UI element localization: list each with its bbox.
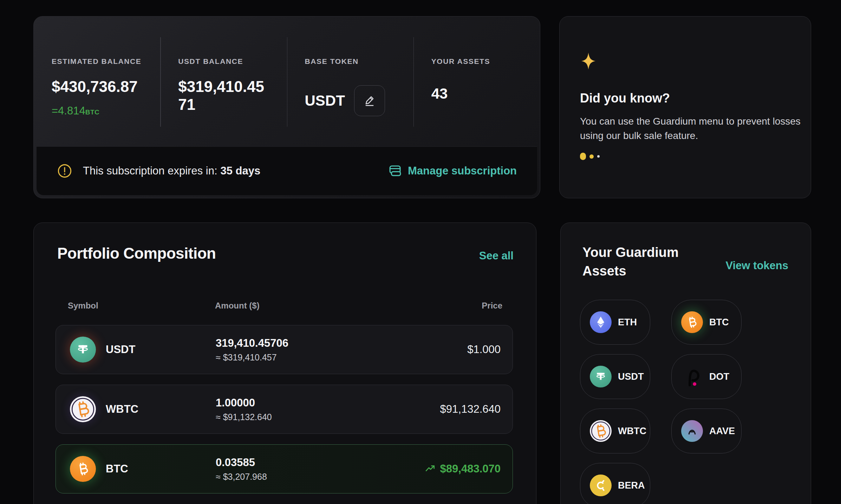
table-row-usdt[interactable]: USDT 319,410.45706 ≈ $319,410.457 $1.000 xyxy=(56,325,513,374)
aave-coin-icon xyxy=(681,420,703,442)
token-pill-eth[interactable]: ETH xyxy=(580,300,650,345)
eth-coin-icon xyxy=(590,311,612,333)
token-label: BERA xyxy=(618,480,645,491)
tip-title: Did you know? xyxy=(580,91,670,106)
wbtc-coin-icon xyxy=(70,396,96,422)
row-price: $1.000 xyxy=(467,343,501,356)
usdt-balance-label: USDT BALANCE xyxy=(178,57,270,66)
stat-estimated-balance: ESTIMATED BALANCE $430,736.87 =4.814BTC xyxy=(34,16,160,147)
btc-equivalent-unit: BTC xyxy=(85,108,100,116)
base-token-value: USDT xyxy=(305,92,345,110)
token-label: ETH xyxy=(618,317,637,328)
token-pill-dot[interactable]: DOT xyxy=(671,354,742,399)
token-pill-btc[interactable]: BTC xyxy=(671,300,742,345)
row-amount-approx: ≈ $91,132.640 xyxy=(216,412,272,422)
btc-coin-icon xyxy=(681,311,703,333)
base-token-label: BASE TOKEN xyxy=(305,57,397,66)
trending-up-icon xyxy=(425,463,436,475)
balance-stats-row: ESTIMATED BALANCE $430,736.87 =4.814BTC … xyxy=(34,16,540,147)
row-amount-approx: ≈ $319,410.457 xyxy=(216,352,288,363)
usdt-balance-value: $319,410.4571 xyxy=(178,78,267,113)
token-label: WBTC xyxy=(618,426,646,437)
token-pill-aave[interactable]: AAVE xyxy=(671,409,742,453)
warning-icon xyxy=(57,163,72,179)
portfolio-title: Portfolio Composition xyxy=(57,245,216,262)
manage-subscription-label: Manage subscription xyxy=(408,165,517,177)
pencil-icon xyxy=(363,94,376,107)
estimated-balance-value: $430,736.87 xyxy=(52,78,143,95)
subscription-status: This subscription expires in:35 days xyxy=(57,163,260,179)
see-all-link[interactable]: See all xyxy=(479,250,514,262)
column-header-price: Price xyxy=(482,301,502,311)
row-symbol: USDT xyxy=(106,343,135,356)
table-row-btc[interactable]: BTC 0.03585 ≈ $3,207.968 $89,483.070 xyxy=(56,444,513,493)
dot-coin-icon xyxy=(681,366,703,387)
carousel-dot[interactable] xyxy=(597,155,600,158)
your-assets-label: YOUR ASSETS xyxy=(431,57,523,66)
subscription-footer: This subscription expires in:35 days Man… xyxy=(37,146,537,195)
subscription-days: 35 days xyxy=(221,165,261,177)
token-label: AAVE xyxy=(709,426,735,437)
balance-summary-card: ESTIMATED BALANCE $430,736.87 =4.814BTC … xyxy=(33,16,540,198)
carousel-dot-active[interactable] xyxy=(580,153,586,160)
guardium-assets-title: Your Guardium Assets xyxy=(582,243,698,280)
row-symbol: BTC xyxy=(106,463,128,475)
portfolio-rows: USDT 319,410.45706 ≈ $319,410.457 $1.000… xyxy=(56,325,513,504)
view-tokens-link[interactable]: View tokens xyxy=(725,259,788,272)
row-amount: 0.03585 ≈ $3,207.968 xyxy=(216,456,267,482)
column-header-amount: Amount ($) xyxy=(215,301,260,311)
stat-usdt-balance: USDT BALANCE $319,410.4571 xyxy=(160,16,287,147)
did-you-know-card: Did you know? You can use the Guardium m… xyxy=(559,16,811,198)
row-symbol: WBTC xyxy=(106,403,138,416)
estimated-balance-label: ESTIMATED BALANCE xyxy=(52,57,143,66)
cards-icon xyxy=(388,164,403,178)
stat-your-assets: YOUR ASSETS 43 xyxy=(413,16,540,147)
row-amount: 1.00000 ≈ $91,132.640 xyxy=(216,397,272,422)
your-assets-value: 43 xyxy=(431,85,523,102)
btc-coin-icon xyxy=(70,456,96,482)
stat-base-token: BASE TOKEN USDT xyxy=(287,16,413,147)
carousel-dots xyxy=(580,153,600,160)
sparkle-icon xyxy=(580,52,597,72)
token-label: USDT xyxy=(618,371,644,382)
row-price: $91,132.640 xyxy=(440,403,501,416)
token-label: DOT xyxy=(709,371,729,382)
usdt-coin-icon xyxy=(70,337,96,363)
row-price-positive: $89,483.070 xyxy=(425,463,501,475)
tip-body: You can use the Guardium menu to prevent… xyxy=(580,114,801,143)
token-pill-bera[interactable]: BERA xyxy=(580,463,650,504)
carousel-dot[interactable] xyxy=(589,154,594,159)
usdt-coin-icon xyxy=(590,366,612,387)
subscription-message: This subscription expires in:35 days xyxy=(83,165,260,177)
token-label: BTC xyxy=(709,317,729,328)
row-amount: 319,410.45706 ≈ $319,410.457 xyxy=(216,337,288,363)
guardium-assets-card: Your Guardium Assets View tokens ETH BTC xyxy=(560,223,811,504)
token-pill-usdt[interactable]: USDT xyxy=(580,354,650,399)
portfolio-composition-card: Portfolio Composition See all Symbol Amo… xyxy=(33,223,536,504)
edit-base-token-button[interactable] xyxy=(354,85,385,116)
manage-subscription-link[interactable]: Manage subscription xyxy=(388,164,517,178)
row-amount-approx: ≈ $3,207.968 xyxy=(216,472,267,482)
token-pill-wbtc[interactable]: WBTC xyxy=(580,409,650,453)
table-row-wbtc[interactable]: WBTC 1.00000 ≈ $91,132.640 $91,132.640 xyxy=(56,385,513,434)
btc-equivalent-value: =4.814 xyxy=(52,105,85,117)
table-header: Symbol Amount ($) Price xyxy=(34,301,536,311)
column-header-symbol: Symbol xyxy=(68,301,98,311)
wbtc-coin-icon xyxy=(590,420,612,442)
bera-coin-icon xyxy=(590,475,612,496)
btc-equivalent: =4.814BTC xyxy=(52,105,143,117)
